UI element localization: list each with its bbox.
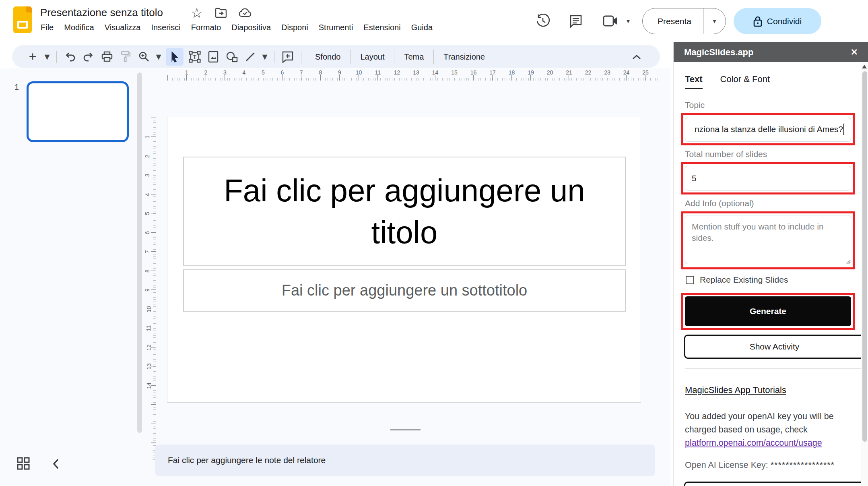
sidebar-scrollbar-thumb[interactable] xyxy=(862,71,867,442)
slide-number: 1 xyxy=(14,83,19,92)
cloud-saved-icon[interactable] xyxy=(238,6,252,20)
menu-item[interactable]: File xyxy=(35,21,59,34)
divider xyxy=(685,368,862,369)
subtitle-placeholder[interactable]: Fai clic per aggiungere un sottotitolo xyxy=(183,269,626,312)
edit-key-button[interactable]: Edit Key xyxy=(684,482,865,486)
ruler-number: 20 xyxy=(547,69,553,76)
toolbar-text-button[interactable]: Sfondo xyxy=(305,50,350,64)
ruler-number: 14 xyxy=(432,69,439,76)
slide-thumbnail-1[interactable] xyxy=(27,81,129,142)
ruler-number: 22 xyxy=(585,69,592,76)
show-activity-button[interactable]: Show Activity xyxy=(684,335,865,359)
menu-item[interactable]: Inserisci xyxy=(146,21,186,34)
addinfo-annotation-box xyxy=(681,211,855,269)
close-icon[interactable]: ✕ xyxy=(851,47,858,58)
scrollbar-up-arrow-icon[interactable] xyxy=(862,65,867,68)
tab-color-font[interactable]: Color & Font xyxy=(720,74,770,89)
menu-item[interactable]: Strumenti xyxy=(313,21,359,34)
menu-item[interactable]: Modifica xyxy=(59,21,99,34)
ruler-number: 8 xyxy=(319,69,322,76)
resize-handle-icon[interactable] xyxy=(845,259,851,264)
redo-icon[interactable] xyxy=(81,50,96,64)
replace-slides-checkbox[interactable] xyxy=(686,276,694,284)
add-comment-icon[interactable] xyxy=(280,50,295,64)
toolbar-text-button[interactable]: Transizione xyxy=(433,50,495,64)
sidebar-tabs: Text Color & Font xyxy=(685,74,851,89)
insert-line-icon[interactable] xyxy=(243,50,258,64)
ruler-number: 7 xyxy=(144,250,151,253)
meet-camera-icon[interactable] xyxy=(602,12,619,30)
ruler-number: 23 xyxy=(604,69,610,76)
slides-count-annotation-box xyxy=(681,162,855,194)
ruler-number: 25 xyxy=(642,69,649,76)
document-title[interactable]: Presentazione senza titolo xyxy=(40,6,163,19)
openai-key-note-text: You added your openAI key you will be ch… xyxy=(685,412,834,434)
menu-item[interactable]: Guida xyxy=(406,21,438,34)
toolbar-text-button[interactable]: Layout xyxy=(350,50,394,64)
speaker-notes[interactable]: Fai clic per aggiungere le note del rela… xyxy=(155,445,655,476)
zoom-caret-down-icon[interactable]: ▾ xyxy=(154,50,163,64)
present-caret-down-icon[interactable]: ▾ xyxy=(703,8,726,34)
addinfo-textarea[interactable] xyxy=(685,215,851,264)
camera-caret-down-icon[interactable]: ▾ xyxy=(619,12,637,30)
present-button-group: Presenta ▾ xyxy=(642,8,726,34)
magicslides-sidebar: MagicSlides.app ✕ Text Color & Font Topi… xyxy=(673,42,868,486)
present-button[interactable]: Presenta xyxy=(643,17,703,26)
toolbar-text-button[interactable]: Tema xyxy=(394,50,433,64)
toolbar-collapse-chevron-icon[interactable] xyxy=(629,50,644,64)
toolbar-separator xyxy=(274,51,274,63)
addinfo-label: Add Info (optional) xyxy=(685,199,851,208)
ruler-number: 24 xyxy=(623,69,630,76)
menu-item[interactable]: Estensioni xyxy=(358,21,406,34)
share-button[interactable]: Condividi xyxy=(734,8,821,34)
ruler-number: 5 xyxy=(144,212,151,215)
slide-canvas[interactable]: Fai clic per aggiungere un titolo Fai cl… xyxy=(167,117,641,403)
ruler-number: 12 xyxy=(146,344,152,351)
select-tool-icon[interactable] xyxy=(166,48,183,66)
generate-button[interactable]: Generate xyxy=(685,296,851,326)
openai-key-note: You added your openAI key you will be ch… xyxy=(685,410,858,450)
subtitle-text: Fai clic per aggiungere un sottotitolo xyxy=(282,282,527,299)
filmstrip-collapse-chevron-icon[interactable] xyxy=(49,457,63,471)
menu-item[interactable]: Formato xyxy=(186,21,226,34)
paint-format-icon[interactable] xyxy=(118,50,133,64)
line-caret-down-icon[interactable]: ▾ xyxy=(260,50,269,64)
text-box-icon[interactable] xyxy=(188,50,202,64)
zoom-icon[interactable] xyxy=(137,50,151,64)
tab-text[interactable]: Text xyxy=(685,74,703,89)
logo-fold xyxy=(26,6,32,12)
tutorials-link[interactable]: MagicSlides App Tutorials xyxy=(685,385,786,395)
ruler-number: 4 xyxy=(243,69,246,76)
grid-view-icon[interactable] xyxy=(17,457,31,471)
comments-icon[interactable] xyxy=(567,12,585,30)
insert-shape-icon[interactable] xyxy=(225,50,239,64)
title-placeholder[interactable]: Fai clic per aggiungere un titolo xyxy=(183,157,626,266)
menu-item[interactable]: Disponi xyxy=(276,21,313,34)
move-folder-icon[interactable] xyxy=(214,6,228,20)
topic-input-value: nziona la stanza delle illusioni di Ames… xyxy=(695,124,843,134)
topic-label: Topic xyxy=(685,100,851,110)
filmstrip-scrollbar[interactable] xyxy=(137,72,142,433)
top-bar: Presentazione senza titolo ☆ FileModific… xyxy=(0,0,868,42)
topic-input[interactable]: nziona la stanza delle illusioni di Ames… xyxy=(685,117,851,142)
openai-usage-link[interactable]: platform.openai.com/account/usage xyxy=(685,438,822,448)
print-icon[interactable] xyxy=(100,50,114,64)
menu-bar: FileModificaVisualizzaInserisciFormatoDi… xyxy=(35,21,438,34)
slides-count-input[interactable] xyxy=(685,166,851,191)
title-line1: Fai clic per aggiungere un xyxy=(224,170,585,211)
star-icon[interactable]: ☆ xyxy=(190,6,204,20)
version-history-icon[interactable] xyxy=(534,12,552,30)
menu-item[interactable]: Visualizza xyxy=(99,21,146,34)
insert-image-icon[interactable] xyxy=(206,50,221,64)
new-slide-plus-icon[interactable]: + xyxy=(25,50,40,64)
ruler-number: 2 xyxy=(144,155,151,158)
page-break-dash xyxy=(390,429,421,430)
ruler-number: 10 xyxy=(146,306,152,312)
topic-annotation-box: nziona la stanza delle illusioni di Ames… xyxy=(681,113,855,145)
menu-item[interactable]: Diapositiva xyxy=(226,21,276,34)
slides-logo-icon[interactable] xyxy=(13,6,32,33)
ruler-number: 13 xyxy=(413,69,419,76)
new-slide-caret-down-icon[interactable]: ▾ xyxy=(43,50,52,64)
ruler-number: 7 xyxy=(300,69,303,76)
undo-icon[interactable] xyxy=(63,50,77,64)
